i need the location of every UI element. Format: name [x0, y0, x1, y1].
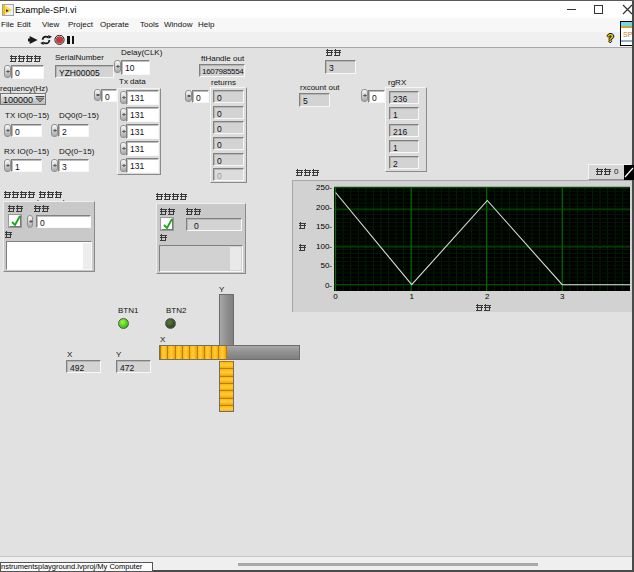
svg-text:250-: 250-	[316, 183, 332, 192]
svg-text:0-: 0-	[325, 281, 332, 290]
svg-text:150-: 150-	[316, 222, 332, 231]
svg-text:50-: 50-	[320, 261, 332, 270]
svg-text:2: 2	[485, 292, 490, 301]
svg-text:0: 0	[333, 292, 338, 301]
svg-text:100-: 100-	[316, 242, 332, 251]
svg-text:200-: 200-	[316, 203, 332, 212]
svg-text:1: 1	[409, 292, 414, 301]
svg-text:3: 3	[560, 292, 565, 301]
